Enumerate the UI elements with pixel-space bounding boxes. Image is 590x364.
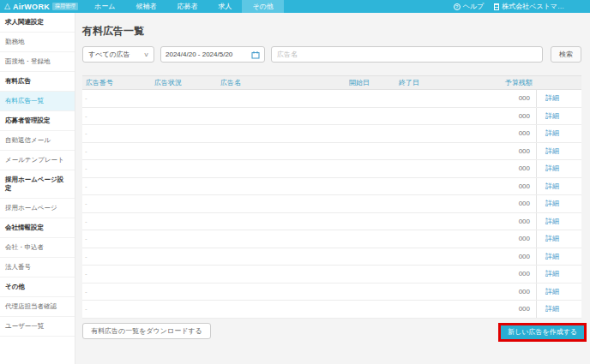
ad-number-cell: - <box>82 253 151 260</box>
date-range-picker[interactable]: 2024/4/20 - 2024/5/20 <box>160 46 265 63</box>
table-row: -000詳細 <box>82 90 581 108</box>
table-row: -000詳細 <box>82 195 581 213</box>
detail-link[interactable]: 詳細 <box>545 234 559 243</box>
chevron-down-icon: ∨ <box>143 51 149 58</box>
detail-cell: 詳細 <box>536 160 581 177</box>
table-body: -000詳細-000詳細-000詳細-000詳細-000詳細-000詳細-000… <box>82 90 581 319</box>
nav-tab-2[interactable]: 応募者 <box>166 0 208 13</box>
ad-number-cell: - <box>82 200 151 207</box>
table-row: -000詳細 <box>82 160 581 178</box>
detail-link[interactable]: 詳細 <box>545 164 559 173</box>
column-header-3: 開始日 <box>346 78 395 87</box>
nav-tab-4[interactable]: その他 <box>242 0 283 13</box>
budget-remaining-cell: 000 <box>490 253 536 260</box>
nav-tab-1[interactable]: 候補者 <box>125 0 166 13</box>
detail-cell: 詳細 <box>536 248 581 266</box>
column-header-1: 広告状況 <box>151 78 217 87</box>
column-header-5: 予算残額 <box>490 78 536 87</box>
detail-link[interactable]: 詳細 <box>545 128 559 138</box>
app-logo[interactable]: △ AirWORK 採用管理 <box>0 0 84 13</box>
budget-remaining-cell: 000 <box>490 147 536 155</box>
budget-remaining-cell: 000 <box>490 129 536 137</box>
sidebar-item-1[interactable]: 勤務地 <box>0 33 75 52</box>
filter-bar: すべての広告 ∨ 2024/4/20 - 2024/5/20 検索 <box>82 46 581 63</box>
sidebar-item-12[interactable]: 法人番号 <box>0 258 75 277</box>
sidebar-section-header-0: 求人関連設定 <box>0 13 75 33</box>
detail-link[interactable]: 詳細 <box>545 252 559 261</box>
detail-link[interactable]: 詳細 <box>545 182 559 191</box>
detail-link[interactable]: 詳細 <box>545 304 559 313</box>
ad-type-select-value: すべての広告 <box>88 50 130 59</box>
budget-remaining-cell: 000 <box>490 270 536 277</box>
budget-remaining-cell: 000 <box>490 164 536 172</box>
table-row: -000詳細 <box>82 266 581 283</box>
detail-cell: 詳細 <box>536 108 581 125</box>
create-ad-button[interactable]: 新しい広告を作成する <box>501 325 584 339</box>
column-header-2: 広告名 <box>217 78 346 87</box>
sidebar-item-14[interactable]: 代理店担当者確認 <box>0 297 75 317</box>
navbar-right: ? ヘルプ 株式会社ベストマ… <box>454 0 590 13</box>
top-navbar: △ AirWORK 採用管理 ホーム候補者応募者求人その他 ? ヘルプ 株式会社… <box>0 0 590 13</box>
budget-remaining-cell: 000 <box>490 94 536 102</box>
page-title: 有料広告一覧 <box>82 24 581 39</box>
sidebar-item-2[interactable]: 面接地・登録地 <box>0 52 75 72</box>
table-row: -000詳細 <box>82 248 581 266</box>
sidebar-section-header-5: 応募者管理設定 <box>0 111 75 131</box>
sidebar-section-header-10: 会社情報設定 <box>0 218 75 238</box>
main-content: 有料広告一覧 すべての広告 ∨ 2024/4/20 - 2024/5/20 検索… <box>75 13 590 364</box>
table-row: -000詳細 <box>82 230 581 248</box>
detail-link[interactable]: 詳細 <box>545 93 559 103</box>
sidebar-section-header-3: 有料広告 <box>0 72 75 92</box>
table-row: -000詳細 <box>82 143 581 161</box>
budget-remaining-cell: 000 <box>490 235 536 242</box>
table-row: -000詳細 <box>82 283 581 301</box>
sidebar-item-6[interactable]: 自動返信メール <box>0 131 75 151</box>
table-row: -000詳細 <box>82 178 581 196</box>
detail-cell: 詳細 <box>536 266 581 283</box>
annotation-highlight-box: 新しい広告を作成する <box>498 323 587 342</box>
detail-link[interactable]: 詳細 <box>545 199 559 208</box>
ad-number-cell: - <box>82 112 151 120</box>
nav-tab-0[interactable]: ホーム <box>84 0 125 13</box>
detail-cell: 詳細 <box>536 195 581 212</box>
sidebar-item-11[interactable]: 会社・申込者 <box>0 238 75 258</box>
company-building-icon <box>494 3 499 10</box>
nav-menu: ホーム候補者応募者求人その他 <box>84 0 284 13</box>
detail-link[interactable]: 詳細 <box>545 217 559 226</box>
date-range-value: 2024/4/20 - 2024/5/20 <box>166 51 232 58</box>
sidebar-item-7[interactable]: メールテンプレート <box>0 151 75 170</box>
sidebar-item-4[interactable]: 有料広告一覧 <box>0 92 75 111</box>
ads-table: 広告番号広告状況広告名開始日終了日予算残額 -000詳細-000詳細-000詳細… <box>82 75 581 319</box>
detail-cell: 詳細 <box>536 301 581 318</box>
detail-cell: 詳細 <box>536 143 581 160</box>
detail-cell: 詳細 <box>536 283 581 301</box>
ad-number-cell: - <box>82 270 151 277</box>
sidebar-section-header-8: 採用ホームページ設定 <box>0 170 75 199</box>
ad-type-select[interactable]: すべての広告 ∨ <box>82 46 154 63</box>
help-menu[interactable]: ? ヘルプ <box>454 2 485 11</box>
table-row: -000詳細 <box>82 125 581 143</box>
budget-remaining-cell: 000 <box>490 182 536 190</box>
logo-text: AirWORK <box>13 3 50 11</box>
detail-link[interactable]: 詳細 <box>545 287 559 296</box>
detail-link[interactable]: 詳細 <box>545 146 559 156</box>
download-list-button[interactable]: 有料広告の一覧をダウンロードする <box>82 323 211 339</box>
nav-tab-3[interactable]: 求人 <box>208 0 242 13</box>
sidebar-item-9[interactable]: 採用ホームページ <box>0 199 75 218</box>
budget-remaining-cell: 000 <box>490 200 536 207</box>
budget-remaining-cell: 000 <box>490 112 536 120</box>
ad-name-input[interactable] <box>271 46 543 63</box>
detail-link[interactable]: 詳細 <box>545 269 559 278</box>
detail-cell: 詳細 <box>536 90 581 107</box>
ad-number-cell: - <box>82 94 151 102</box>
ad-number-cell: - <box>82 218 151 225</box>
search-button[interactable]: 検索 <box>551 46 581 63</box>
account-label: 株式会社ベストマ… <box>502 2 564 11</box>
detail-cell: 詳細 <box>536 125 581 142</box>
sidebar-item-15[interactable]: ユーザー一覧 <box>0 317 75 337</box>
detail-link[interactable]: 詳細 <box>545 111 559 121</box>
calendar-icon <box>251 51 260 59</box>
column-header-0: 広告番号 <box>82 78 151 87</box>
account-menu[interactable]: 株式会社ベストマ… <box>494 2 564 11</box>
table-row: -000詳細 <box>82 108 581 126</box>
